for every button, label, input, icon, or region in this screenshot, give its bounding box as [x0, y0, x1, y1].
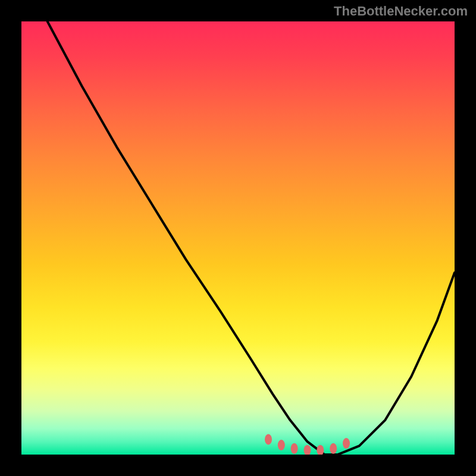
marker-dot: [330, 443, 337, 454]
marker-dot: [278, 440, 285, 450]
marker-dot: [343, 438, 350, 449]
watermark-text: TheBottleNecker.com: [334, 4, 468, 19]
bottleneck-curve: [48, 21, 455, 455]
marker-dot: [291, 443, 298, 454]
chart-container: TheBottleNecker.com: [0, 0, 476, 476]
marker-dots: [265, 434, 350, 455]
curve-path: [48, 21, 455, 455]
curve-svg: [21, 21, 455, 455]
marker-dot: [304, 445, 311, 455]
plot-area: [21, 21, 455, 455]
marker-dot: [265, 434, 272, 445]
marker-dot: [317, 445, 324, 455]
